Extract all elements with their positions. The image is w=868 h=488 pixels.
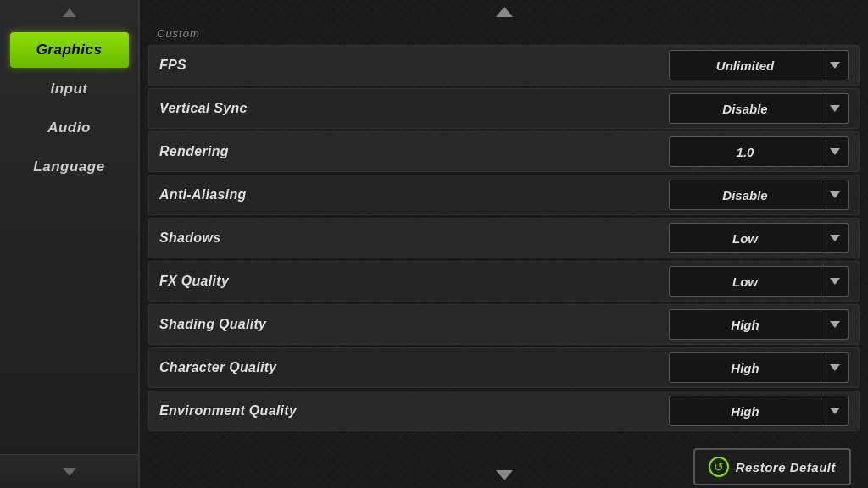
setting-dropdown-btn-shading-quality[interactable] [821,309,849,340]
setting-value-container-vertical-sync: Disable [669,93,849,124]
setting-dropdown-btn-fps[interactable] [821,50,849,80]
setting-label-fx-quality: FX Quality [159,274,669,289]
setting-dropdown-btn-environment-quality[interactable] [821,396,849,426]
setting-label-vertical-sync: Vertical Sync [159,101,669,116]
setting-row-shadows: ShadowsLow [148,218,860,258]
setting-value-fx-quality: Low [669,266,821,297]
main-scroll-down-arrow-icon [496,470,513,480]
setting-label-anti-aliasing: Anti-Aliasing [159,187,669,202]
setting-label-rendering: Rendering [159,144,669,159]
sidebar-scroll-down[interactable] [0,454,138,488]
setting-value-container-fx-quality: Low [669,266,849,297]
settings-list: FPSUnlimitedVertical SyncDisableRenderin… [140,45,868,463]
main-content: Custom FPSUnlimitedVertical SyncDisableR… [140,0,868,488]
main-scroll-up-arrow-icon [496,7,513,17]
setting-label-environment-quality: Environment Quality [159,403,669,419]
dropdown-arrow-icon-fx-quality [830,278,840,285]
setting-value-anti-aliasing: Disable [669,180,821,210]
setting-row-rendering: Rendering1.0 [148,131,860,172]
dropdown-arrow-icon-shading-quality [830,321,840,328]
main-scroll-down[interactable] [140,463,868,488]
sidebar-item-language[interactable]: Language [10,149,129,185]
setting-label-shadows: Shadows [159,230,669,246]
setting-value-container-fps: Unlimited [669,50,849,80]
dropdown-arrow-icon-vertical-sync [830,105,840,112]
sidebar: GraphicsInputAudioLanguage [0,0,140,488]
setting-value-vertical-sync: Disable [669,93,821,124]
main-scroll-up[interactable] [140,0,868,24]
setting-label-character-quality: Character Quality [159,360,669,375]
setting-dropdown-btn-shadows[interactable] [821,223,849,253]
setting-value-shading-quality: High [669,309,821,340]
dropdown-arrow-icon-character-quality [830,364,840,371]
setting-value-shadows: Low [669,223,821,253]
setting-value-fps: Unlimited [669,50,821,80]
setting-dropdown-btn-anti-aliasing[interactable] [821,180,849,210]
dropdown-arrow-icon-anti-aliasing [830,191,840,198]
setting-value-rendering: 1.0 [669,136,821,167]
section-label: Custom [140,24,868,45]
setting-value-container-character-quality: High [669,352,849,383]
setting-value-environment-quality: High [669,396,821,426]
setting-row-anti-aliasing: Anti-AliasingDisable [148,175,860,215]
sidebar-item-audio[interactable]: Audio [10,110,129,146]
setting-label-fps: FPS [159,58,669,73]
sidebar-scroll-up[interactable] [0,0,138,25]
dropdown-arrow-icon-shadows [830,235,840,241]
setting-row-fps: FPSUnlimited [148,45,860,86]
setting-row-vertical-sync: Vertical SyncDisable [148,88,860,129]
setting-value-container-shading-quality: High [669,309,849,340]
setting-row-shading-quality: Shading QualityHigh [148,304,860,345]
dropdown-arrow-icon-rendering [830,148,840,155]
setting-value-container-shadows: Low [669,223,849,253]
sidebar-items: GraphicsInputAudioLanguage [0,25,138,454]
setting-dropdown-btn-fx-quality[interactable] [821,266,849,297]
setting-dropdown-btn-character-quality[interactable] [821,352,849,383]
setting-dropdown-btn-rendering[interactable] [821,136,849,167]
setting-value-container-anti-aliasing: Disable [669,180,849,210]
setting-row-fx-quality: FX QualityLow [148,261,860,302]
setting-dropdown-btn-vertical-sync[interactable] [821,93,849,124]
sidebar-item-input[interactable]: Input [10,71,129,107]
sidebar-item-graphics[interactable]: Graphics [10,32,129,68]
setting-row-environment-quality: Environment QualityHigh [148,391,860,431]
setting-value-container-environment-quality: High [669,396,849,426]
setting-label-shading-quality: Shading Quality [159,317,669,332]
setting-value-container-rendering: 1.0 [669,136,849,167]
scroll-down-arrow-icon [63,468,76,476]
dropdown-arrow-icon-fps [830,62,840,69]
setting-value-character-quality: High [669,352,821,383]
scroll-up-arrow-icon [63,8,76,17]
dropdown-arrow-icon-environment-quality [830,408,840,414]
setting-row-character-quality: Character QualityHigh [148,347,860,388]
